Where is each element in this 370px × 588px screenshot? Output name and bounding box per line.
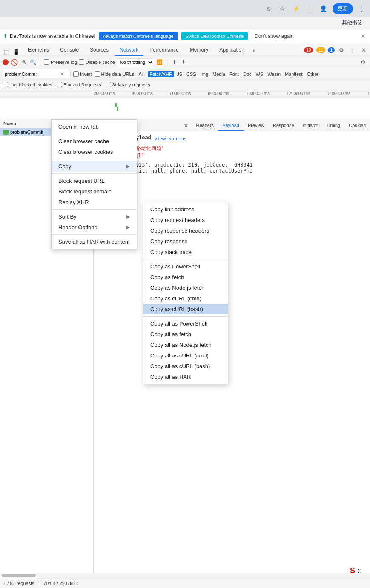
ctx-copy-as-fetch[interactable]: Copy as fetch (143, 272, 228, 282)
preserve-log-checkbox[interactable] (44, 59, 49, 65)
filter-ws[interactable]: WS (254, 71, 265, 77)
has-blocked-cookies-checkbox[interactable] (3, 82, 8, 87)
ctx-copy-as-nodejs-fetch[interactable]: Copy as Node.js fetch (143, 282, 228, 293)
tab-memory[interactable]: Memory (185, 45, 213, 56)
window-icon[interactable]: ⬜ (305, 4, 314, 13)
horizontal-scrollbar[interactable] (0, 573, 370, 578)
import-har-icon[interactable]: ⬆ (171, 58, 178, 66)
filter-type-all[interactable]: All (137, 71, 145, 77)
tab-sources[interactable]: Sources (85, 45, 114, 56)
disable-cache-checkbox[interactable] (79, 59, 84, 65)
ctx-copy-as-powershell[interactable]: Copy as PowerShell (143, 261, 228, 272)
filter-icon[interactable]: ⚗ (20, 58, 27, 66)
inspect-icon[interactable]: ⬚ (2, 48, 10, 56)
details-tab-payload[interactable]: Payload (218, 121, 244, 131)
ctx-open-new-tab[interactable]: Open in new tab (52, 121, 137, 132)
info-badge: 1 (328, 47, 335, 53)
details-tab-initiator[interactable]: Initiator (298, 121, 322, 131)
ctx-copy-response[interactable]: Copy response (143, 236, 228, 247)
filter-css[interactable]: CSS (185, 71, 198, 77)
extensions-icon[interactable]: ⚡ (292, 4, 300, 13)
header-options-arrow-icon: ▶ (126, 225, 130, 230)
third-party-checkbox[interactable] (106, 82, 111, 87)
ctx-save-har[interactable]: Save all as HAR with content (52, 236, 137, 247)
details-tab-cookies[interactable]: Cookies (344, 121, 370, 131)
tab-network[interactable]: Network (115, 45, 143, 56)
tab-elements[interactable]: Elements (23, 45, 54, 56)
switch-to-chinese-button[interactable]: Switch DevTools to Chinese (181, 32, 248, 40)
details-close-icon[interactable]: ✕ (180, 121, 192, 131)
copy-arrow-icon: ▶ (126, 164, 130, 169)
filter-wasm[interactable]: Wasm (266, 71, 282, 77)
throttle-select[interactable]: No throttling (117, 58, 154, 66)
ctx-copy-as-curl-bash[interactable]: Copy as cURL (bash) (143, 304, 228, 314)
ctx-sort-by[interactable]: Sort By ▶ (52, 211, 137, 222)
ctx-copy-all-curl-bash[interactable]: Copy all as cURL (bash) (143, 361, 228, 372)
filter-font[interactable]: Font (228, 71, 241, 77)
record-button[interactable] (3, 59, 9, 65)
tab-console[interactable]: Console (55, 45, 84, 56)
ctx-separator-3 (52, 173, 137, 174)
notification-text: DevTools is now available in Chinese! (10, 33, 95, 39)
ctx-block-url[interactable]: Block request URL (52, 176, 137, 186)
ctx-copy[interactable]: Copy ▶ (52, 161, 137, 172)
ctx-block-domain[interactable]: Block request domain (52, 186, 137, 197)
wifi-icon[interactable]: 📶 (156, 58, 163, 66)
hide-data-urls-checkbox[interactable] (95, 71, 100, 77)
invert-checkbox[interactable] (73, 71, 79, 77)
settings-icon[interactable]: ⚙ (337, 46, 346, 54)
bookmark-icon[interactable]: ☆ (278, 4, 287, 13)
close-devtools-icon[interactable]: ✕ (359, 46, 368, 54)
update-button[interactable]: 更新 (333, 3, 353, 14)
more-options-icon[interactable]: ⋮ (348, 46, 357, 54)
filter-js[interactable]: JS (175, 71, 184, 77)
ctx-copy-stack-trace[interactable]: Copy stack trace (143, 247, 228, 257)
device-icon[interactable]: 📱 (12, 48, 20, 56)
tab-performance[interactable]: Performance (144, 45, 184, 56)
blocked-requests-checkbox[interactable] (57, 82, 62, 87)
ctx-copy-all-curl-cmd[interactable]: Copy all as cURL (cmd) (143, 350, 228, 361)
filter-input[interactable] (5, 72, 60, 77)
clear-icon[interactable]: 🚫 (10, 58, 18, 66)
ctx-copy-link[interactable]: Copy link address (143, 204, 228, 215)
details-tab-preview[interactable]: Preview (244, 121, 269, 131)
view-source-link[interactable]: view source (155, 136, 186, 141)
filter-clear-icon[interactable]: ✕ (60, 71, 64, 77)
blocked-row: Has blocked cookies Blocked Requests 3rd… (0, 80, 370, 89)
ctx-copy-as-curl-cmd[interactable]: Copy as cURL (cmd) (143, 293, 228, 304)
ctx-copy-all-nodejs-fetch[interactable]: Copy all as Node.js fetch (143, 340, 228, 350)
filter-other[interactable]: Other (305, 71, 321, 77)
filter-fetch-xhr[interactable]: Fetch/XHR (148, 71, 174, 77)
ctx-replay-xhr[interactable]: Replay XHR (52, 197, 137, 208)
ctx-clear-cache[interactable]: Clear browser cache (52, 136, 137, 147)
share-icon[interactable]: ⎋ (264, 4, 273, 13)
requests-count: 1 / 57 requests (3, 581, 34, 586)
filter-img[interactable]: Img (199, 71, 210, 77)
filter-manifest[interactable]: Manifest (283, 71, 304, 77)
other-bookmarks-label[interactable]: 其他书签 (338, 18, 366, 27)
notification-close-icon[interactable]: ✕ (361, 33, 366, 40)
ctx-clear-cookies[interactable]: Clear browser cookies (52, 147, 137, 157)
network-settings-icon[interactable]: ⚙ (359, 58, 367, 66)
warning-count: 11 (316, 47, 325, 53)
tab-application[interactable]: Application (214, 45, 250, 56)
ctx-copy-all-fetch[interactable]: Copy all as fetch (143, 329, 228, 340)
ctx-copy-request-headers[interactable]: Copy request headers (143, 215, 228, 225)
filter-media[interactable]: Media (211, 71, 227, 77)
details-tab-headers[interactable]: Headers (192, 121, 218, 131)
filter-doc[interactable]: Doc (241, 71, 253, 77)
export-har-icon[interactable]: ⬇ (180, 58, 188, 66)
ctx-copy-response-headers[interactable]: Copy response headers (143, 225, 228, 236)
more-tabs-icon[interactable]: » (250, 46, 258, 56)
scrollbar-thumb[interactable] (2, 574, 36, 577)
ctx-copy-all-har[interactable]: Copy all as HAR (143, 372, 228, 382)
chrome-menu-icon[interactable]: ⋮ (358, 4, 366, 13)
ctx-copy-all-powershell[interactable]: Copy all as PowerShell (143, 318, 228, 329)
details-tab-response[interactable]: Response (269, 121, 298, 131)
match-language-button[interactable]: Always match Chrome's language (99, 32, 178, 40)
details-tab-timing[interactable]: Timing (322, 121, 345, 131)
profile-icon[interactable]: 👤 (319, 4, 327, 13)
ctx-header-options[interactable]: Header Options ▶ (52, 222, 137, 233)
search-icon[interactable]: 🔍 (29, 58, 37, 66)
dont-show-again-label[interactable]: Don't show again (255, 33, 294, 39)
